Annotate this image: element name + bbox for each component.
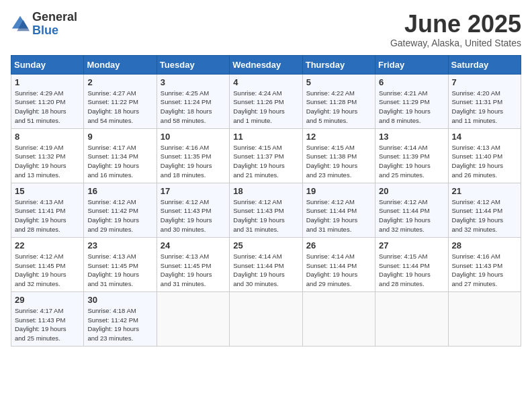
calendar-day-cell: 6Sunrise: 4:21 AM Sunset: 11:29 PM Dayli… bbox=[375, 74, 448, 128]
calendar-day-cell: 1Sunrise: 4:29 AM Sunset: 11:20 PM Dayli… bbox=[11, 74, 84, 128]
day-info: Sunrise: 4:19 AM Sunset: 11:32 PM Daylig… bbox=[15, 143, 80, 180]
day-info: Sunrise: 4:13 AM Sunset: 11:45 PM Daylig… bbox=[161, 252, 226, 289]
day-number: 7 bbox=[452, 77, 517, 87]
calendar-body: 1Sunrise: 4:29 AM Sunset: 11:20 PM Dayli… bbox=[11, 74, 521, 346]
day-number: 18 bbox=[233, 186, 298, 196]
day-number: 11 bbox=[233, 132, 298, 142]
day-info: Sunrise: 4:16 AM Sunset: 11:35 PM Daylig… bbox=[161, 143, 226, 180]
day-info: Sunrise: 4:29 AM Sunset: 11:20 PM Daylig… bbox=[15, 89, 80, 126]
day-info: Sunrise: 4:12 AM Sunset: 11:43 PM Daylig… bbox=[161, 197, 226, 234]
day-number: 12 bbox=[306, 132, 371, 142]
calendar-day-cell: 17Sunrise: 4:12 AM Sunset: 11:43 PM Dayl… bbox=[157, 183, 229, 237]
dow-header: Saturday bbox=[448, 55, 521, 74]
day-number: 2 bbox=[87, 77, 152, 87]
day-info: Sunrise: 4:17 AM Sunset: 11:34 PM Daylig… bbox=[87, 143, 152, 180]
day-number: 22 bbox=[15, 240, 80, 250]
day-info: Sunrise: 4:15 AM Sunset: 11:44 PM Daylig… bbox=[379, 252, 444, 289]
day-number: 13 bbox=[379, 132, 444, 142]
calendar-day-cell: 7Sunrise: 4:20 AM Sunset: 11:31 PM Dayli… bbox=[448, 74, 521, 128]
day-of-week-row: SundayMondayTuesdayWednesdayThursdayFrid… bbox=[11, 55, 521, 74]
title-block: June 2025 Gateway, Alaska, United States bbox=[390, 11, 521, 48]
day-info: Sunrise: 4:13 AM Sunset: 11:41 PM Daylig… bbox=[15, 197, 80, 234]
calendar-day-cell: 5Sunrise: 4:22 AM Sunset: 11:28 PM Dayli… bbox=[302, 74, 375, 128]
day-number: 14 bbox=[452, 132, 517, 142]
calendar-day-cell bbox=[230, 291, 302, 346]
day-info: Sunrise: 4:27 AM Sunset: 11:22 PM Daylig… bbox=[87, 89, 152, 126]
calendar-day-cell bbox=[375, 291, 448, 346]
day-number: 16 bbox=[87, 186, 152, 196]
calendar-day-cell: 25Sunrise: 4:14 AM Sunset: 11:44 PM Dayl… bbox=[230, 237, 302, 291]
calendar-day-cell: 3Sunrise: 4:25 AM Sunset: 11:24 PM Dayli… bbox=[157, 74, 229, 128]
logo-icon bbox=[11, 15, 30, 34]
day-info: Sunrise: 4:12 AM Sunset: 11:45 PM Daylig… bbox=[15, 252, 80, 289]
calendar-day-cell: 13Sunrise: 4:14 AM Sunset: 11:39 PM Dayl… bbox=[375, 128, 448, 183]
calendar-day-cell: 4Sunrise: 4:24 AM Sunset: 11:26 PM Dayli… bbox=[230, 74, 302, 128]
calendar-day-cell: 10Sunrise: 4:16 AM Sunset: 11:35 PM Dayl… bbox=[157, 128, 229, 183]
day-number: 20 bbox=[379, 186, 444, 196]
day-info: Sunrise: 4:13 AM Sunset: 11:40 PM Daylig… bbox=[452, 143, 517, 180]
day-number: 26 bbox=[306, 240, 371, 250]
day-number: 30 bbox=[87, 295, 152, 305]
day-info: Sunrise: 4:12 AM Sunset: 11:44 PM Daylig… bbox=[452, 197, 517, 234]
logo-blue-text: Blue bbox=[32, 24, 77, 38]
calendar-day-cell: 27Sunrise: 4:15 AM Sunset: 11:44 PM Dayl… bbox=[375, 237, 448, 291]
day-number: 17 bbox=[161, 186, 226, 196]
calendar-day-cell: 15Sunrise: 4:13 AM Sunset: 11:41 PM Dayl… bbox=[11, 183, 84, 237]
calendar-day-cell: 11Sunrise: 4:15 AM Sunset: 11:37 PM Dayl… bbox=[230, 128, 302, 183]
calendar-day-cell: 20Sunrise: 4:12 AM Sunset: 11:44 PM Dayl… bbox=[375, 183, 448, 237]
calendar-day-cell: 9Sunrise: 4:17 AM Sunset: 11:34 PM Dayli… bbox=[84, 128, 157, 183]
calendar-day-cell: 18Sunrise: 4:12 AM Sunset: 11:43 PM Dayl… bbox=[230, 183, 302, 237]
calendar-day-cell: 26Sunrise: 4:14 AM Sunset: 11:44 PM Dayl… bbox=[302, 237, 375, 291]
location-text: Gateway, Alaska, United States bbox=[390, 38, 521, 48]
day-info: Sunrise: 4:18 AM Sunset: 11:42 PM Daylig… bbox=[87, 306, 152, 343]
day-number: 29 bbox=[15, 295, 80, 305]
day-number: 8 bbox=[15, 132, 80, 142]
calendar-day-cell: 22Sunrise: 4:12 AM Sunset: 11:45 PM Dayl… bbox=[11, 237, 84, 291]
day-info: Sunrise: 4:25 AM Sunset: 11:24 PM Daylig… bbox=[161, 89, 226, 126]
calendar-day-cell: 24Sunrise: 4:13 AM Sunset: 11:45 PM Dayl… bbox=[157, 237, 229, 291]
logo-text: General Blue bbox=[32, 11, 77, 38]
day-number: 27 bbox=[379, 240, 444, 250]
day-number: 25 bbox=[233, 240, 298, 250]
day-info: Sunrise: 4:12 AM Sunset: 11:44 PM Daylig… bbox=[379, 197, 444, 234]
dow-header: Sunday bbox=[11, 55, 84, 74]
calendar-day-cell: 12Sunrise: 4:15 AM Sunset: 11:38 PM Dayl… bbox=[302, 128, 375, 183]
day-info: Sunrise: 4:22 AM Sunset: 11:28 PM Daylig… bbox=[306, 89, 371, 126]
day-info: Sunrise: 4:14 AM Sunset: 11:44 PM Daylig… bbox=[306, 252, 371, 289]
day-info: Sunrise: 4:12 AM Sunset: 11:43 PM Daylig… bbox=[233, 197, 298, 234]
calendar-table: SundayMondayTuesdayWednesdayThursdayFrid… bbox=[11, 55, 521, 347]
calendar-day-cell bbox=[157, 291, 229, 346]
page-header: General Blue June 2025 Gateway, Alaska, … bbox=[11, 11, 521, 48]
calendar-day-cell: 29Sunrise: 4:17 AM Sunset: 11:43 PM Dayl… bbox=[11, 291, 84, 346]
calendar-week-row: 22Sunrise: 4:12 AM Sunset: 11:45 PM Dayl… bbox=[11, 237, 521, 291]
calendar-day-cell: 23Sunrise: 4:13 AM Sunset: 11:45 PM Dayl… bbox=[84, 237, 157, 291]
month-title: June 2025 bbox=[390, 11, 521, 38]
calendar-day-cell: 21Sunrise: 4:12 AM Sunset: 11:44 PM Dayl… bbox=[448, 183, 521, 237]
calendar-week-row: 1Sunrise: 4:29 AM Sunset: 11:20 PM Dayli… bbox=[11, 74, 521, 128]
day-number: 9 bbox=[87, 132, 152, 142]
day-info: Sunrise: 4:13 AM Sunset: 11:45 PM Daylig… bbox=[87, 252, 152, 289]
calendar-week-row: 15Sunrise: 4:13 AM Sunset: 11:41 PM Dayl… bbox=[11, 183, 521, 237]
calendar-day-cell bbox=[448, 291, 521, 346]
day-number: 6 bbox=[379, 77, 444, 87]
day-info: Sunrise: 4:20 AM Sunset: 11:31 PM Daylig… bbox=[452, 89, 517, 126]
day-number: 1 bbox=[15, 77, 80, 87]
calendar-week-row: 8Sunrise: 4:19 AM Sunset: 11:32 PM Dayli… bbox=[11, 128, 521, 183]
dow-header: Wednesday bbox=[230, 55, 302, 74]
calendar-day-cell: 28Sunrise: 4:16 AM Sunset: 11:43 PM Dayl… bbox=[448, 237, 521, 291]
calendar-day-cell: 19Sunrise: 4:12 AM Sunset: 11:44 PM Dayl… bbox=[302, 183, 375, 237]
calendar-week-row: 29Sunrise: 4:17 AM Sunset: 11:43 PM Dayl… bbox=[11, 291, 521, 346]
day-number: 24 bbox=[161, 240, 226, 250]
day-info: Sunrise: 4:12 AM Sunset: 11:42 PM Daylig… bbox=[87, 197, 152, 234]
day-number: 4 bbox=[233, 77, 298, 87]
day-number: 23 bbox=[87, 240, 152, 250]
day-number: 10 bbox=[161, 132, 226, 142]
day-number: 19 bbox=[306, 186, 371, 196]
day-info: Sunrise: 4:15 AM Sunset: 11:37 PM Daylig… bbox=[233, 143, 298, 180]
day-info: Sunrise: 4:15 AM Sunset: 11:38 PM Daylig… bbox=[306, 143, 371, 180]
calendar-day-cell: 16Sunrise: 4:12 AM Sunset: 11:42 PM Dayl… bbox=[84, 183, 157, 237]
day-number: 21 bbox=[452, 186, 517, 196]
dow-header: Tuesday bbox=[157, 55, 229, 74]
day-info: Sunrise: 4:24 AM Sunset: 11:26 PM Daylig… bbox=[233, 89, 298, 126]
calendar-day-cell: 14Sunrise: 4:13 AM Sunset: 11:40 PM Dayl… bbox=[448, 128, 521, 183]
